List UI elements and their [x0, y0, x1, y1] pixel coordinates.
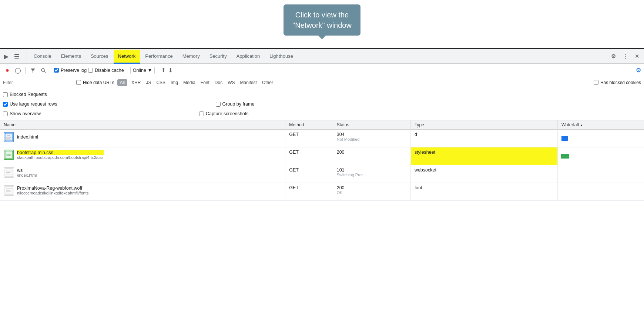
hide-data-urls-checkbox[interactable]: [76, 80, 81, 85]
status-cell-proxima: 200 OK: [333, 183, 410, 201]
waterfall-cell-proxima: [557, 183, 644, 201]
type-cell-bootstrap-css: stylesheet: [410, 147, 557, 165]
disable-cache-checkbox[interactable]: [88, 68, 93, 73]
method-cell-proxima: GET: [285, 183, 333, 201]
group-by-frame-checkbox-row[interactable]: Group by frame: [216, 101, 255, 107]
column-type[interactable]: Type: [410, 120, 557, 130]
filter-all-button[interactable]: All: [117, 79, 127, 86]
svg-rect-9: [6, 139, 10, 139]
name-cell-ws: ws /index.html: [0, 165, 285, 183]
table-row[interactable]: ws /index.html GET 101 Switching Prot...…: [0, 165, 644, 183]
devtools-tab-bar: ▶ Console Elements Sources Network Perfo…: [0, 48, 644, 64]
filter-css-button[interactable]: CSS: [155, 80, 167, 86]
show-overview-checkbox-row[interactable]: Show overview: [3, 111, 41, 116]
filter-input[interactable]: [3, 80, 58, 85]
tab-divider-right: [606, 52, 606, 61]
filter-ws-button[interactable]: WS: [227, 80, 236, 86]
tab-lighthouse[interactable]: Lighthouse: [265, 50, 298, 64]
blocked-requests-row: Blocked Requests: [3, 90, 641, 99]
blocked-requests-checkbox[interactable]: [3, 92, 8, 97]
waterfall-cell-bootstrap-css: [557, 147, 644, 165]
toolbar-divider-1: [25, 67, 26, 74]
large-rows-checkbox[interactable]: [3, 102, 8, 107]
tab-memory[interactable]: Memory: [178, 50, 204, 64]
waterfall-cell-ws: [557, 165, 644, 183]
svg-rect-19: [6, 190, 10, 191]
capture-screenshots-checkbox[interactable]: [199, 111, 204, 116]
filter-xhr-button[interactable]: XHR: [130, 80, 142, 86]
group-by-frame-checkbox[interactable]: [216, 102, 221, 107]
request-name-bootstrap-css: bootstrap.min.css: [17, 150, 104, 155]
tab-sources[interactable]: Sources: [86, 50, 113, 64]
preserve-log-checkbox[interactable]: [54, 68, 59, 73]
method-cell-bootstrap-css: GET: [285, 147, 333, 165]
waterfall-cell-index-html: [557, 130, 644, 147]
more-options-icon[interactable]: ⋮: [620, 51, 630, 61]
svg-rect-10: [6, 139, 11, 140]
search-icon[interactable]: [39, 66, 48, 75]
tab-console[interactable]: Console: [29, 50, 56, 64]
table-row[interactable]: ProximaNova-Reg-webfont.woff niloccemoad…: [0, 183, 644, 201]
svg-rect-14: [6, 171, 12, 172]
table-header-row: Name Method Status Type Waterfall: [0, 120, 644, 130]
preserve-log-checkbox-row[interactable]: Preserve log: [54, 68, 87, 73]
upload-icon[interactable]: ⬆: [161, 67, 166, 74]
filter-manifest-button[interactable]: Manifest: [239, 80, 258, 86]
throttle-select[interactable]: Online ▼: [130, 67, 155, 74]
tab-icon-group: ▶: [2, 52, 21, 60]
svg-rect-16: [6, 174, 11, 174]
capture-screenshots-checkbox-row[interactable]: Capture screenshots: [199, 111, 248, 116]
disable-cache-checkbox-row[interactable]: Disable cache: [88, 68, 124, 73]
tab-elements[interactable]: Elements: [57, 50, 85, 64]
download-icon[interactable]: ⬇: [168, 67, 173, 74]
request-name-index-html: index.html: [17, 134, 38, 140]
close-devtools-icon[interactable]: ✕: [632, 51, 642, 61]
options-rows: Blocked Requests Use large request rows …: [0, 88, 644, 120]
generic-file-icon-proxima: [4, 185, 14, 196]
column-waterfall[interactable]: Waterfall: [557, 120, 644, 130]
top-tooltip-box: Click to view the"Network" window: [284, 4, 360, 36]
waterfall-bar-blue: [561, 136, 568, 141]
blocked-requests-checkbox-row[interactable]: Blocked Requests: [3, 92, 47, 97]
column-status[interactable]: Status: [333, 120, 410, 130]
status-cell-index-html: 304 Not Modified: [333, 130, 410, 147]
show-overview-row: Show overview Capture screenshots: [3, 109, 641, 119]
tab-network[interactable]: Network: [114, 50, 140, 64]
table-row[interactable]: </> index.html GET: [0, 130, 644, 147]
request-name-ws: ws: [17, 168, 37, 173]
filter-img-button[interactable]: Img: [170, 80, 179, 86]
import-export-group: ⬆ ⬇: [161, 67, 173, 74]
tab-divider-left: [27, 52, 27, 61]
css-file-icon: CSS: [4, 150, 14, 160]
filter-other-button[interactable]: Other: [261, 80, 274, 86]
method-cell-index-html: GET: [285, 130, 333, 147]
svg-text:CSS: CSS: [6, 154, 11, 156]
table-row[interactable]: CSS bootstrap.min.css stackpath.bootstra…: [0, 147, 644, 165]
filter-bar: Hide data URLs All XHR JS CSS Img Media …: [0, 77, 644, 88]
html-file-icon: </>: [4, 132, 14, 142]
type-cell-ws: websocket: [410, 165, 557, 183]
tab-application[interactable]: Application: [232, 50, 265, 64]
record-button[interactable]: ●: [3, 66, 12, 75]
cursor-icon[interactable]: ▶: [2, 52, 10, 60]
filter-icon[interactable]: [28, 66, 37, 75]
request-url-ws: /index.html: [17, 173, 37, 177]
stop-button[interactable]: ◯: [13, 66, 22, 75]
large-rows-checkbox-row[interactable]: Use large request rows: [3, 101, 57, 107]
tab-security[interactable]: Security: [205, 50, 231, 64]
has-blocked-cookies-checkbox[interactable]: [594, 80, 598, 85]
status-cell-ws: 101 Switching Prot...: [333, 165, 410, 183]
filter-js-button[interactable]: JS: [145, 80, 152, 86]
filter-doc-button[interactable]: Doc: [214, 80, 224, 86]
chevron-down-icon: ▼: [148, 68, 152, 73]
filter-font-button[interactable]: Font: [199, 80, 211, 86]
show-overview-checkbox[interactable]: [3, 111, 8, 116]
layers-icon[interactable]: [13, 52, 21, 60]
network-settings-icon[interactable]: ⚙: [636, 67, 641, 74]
svg-point-4: [41, 69, 44, 71]
filter-media-button[interactable]: Media: [182, 80, 197, 86]
column-name[interactable]: Name: [0, 120, 285, 130]
column-method[interactable]: Method: [285, 120, 333, 130]
settings-gear-icon[interactable]: ⚙: [608, 51, 618, 61]
tab-performance[interactable]: Performance: [141, 50, 177, 64]
